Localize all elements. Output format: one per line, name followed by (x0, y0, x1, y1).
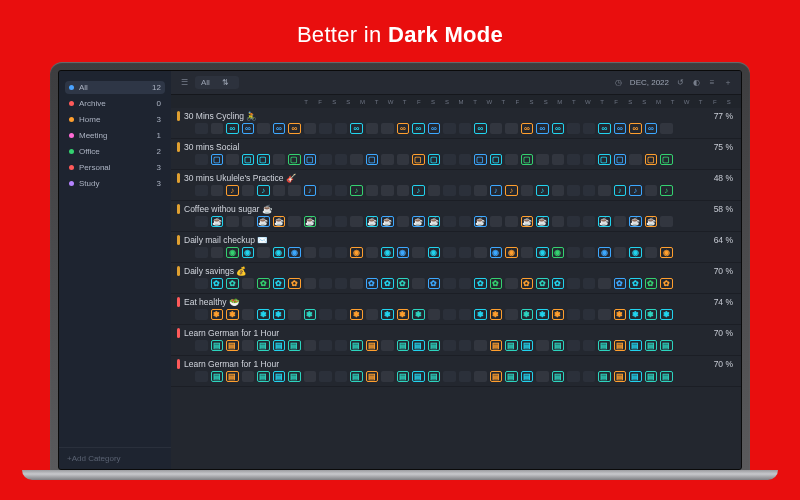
day-cell[interactable]: ▢ (645, 154, 658, 165)
day-cell[interactable] (474, 185, 487, 196)
day-cell[interactable]: ❃ (552, 309, 565, 320)
day-cell[interactable] (645, 185, 658, 196)
day-cell[interactable] (583, 185, 596, 196)
day-cell[interactable] (319, 185, 332, 196)
day-cell[interactable] (459, 247, 472, 258)
day-cell[interactable] (660, 123, 673, 134)
day-cell[interactable] (304, 340, 317, 351)
day-cell[interactable]: ☕ (598, 216, 611, 227)
day-cell[interactable]: ❃ (536, 309, 549, 320)
day-cell[interactable] (521, 247, 534, 258)
day-cell[interactable]: ✿ (660, 278, 673, 289)
day-cell[interactable] (397, 154, 410, 165)
day-cell[interactable]: ▤ (629, 340, 642, 351)
day-cell[interactable]: ▤ (288, 371, 301, 382)
day-cell[interactable] (366, 309, 379, 320)
day-cell[interactable]: ◉ (536, 247, 549, 258)
day-cell[interactable]: ▤ (660, 371, 673, 382)
day-cell[interactable]: ◉ (350, 247, 363, 258)
day-cell[interactable] (366, 247, 379, 258)
day-cell[interactable]: ❃ (397, 309, 410, 320)
day-cell[interactable]: ∞ (412, 123, 425, 134)
day-cell[interactable]: ∞ (598, 123, 611, 134)
day-cell[interactable]: ♪ (257, 185, 270, 196)
day-cell[interactable]: ▤ (552, 340, 565, 351)
day-cell[interactable]: ▤ (521, 340, 534, 351)
day-cell[interactable]: ◉ (428, 247, 441, 258)
day-cell[interactable] (629, 154, 642, 165)
day-cell[interactable] (583, 371, 596, 382)
day-cell[interactable] (304, 371, 317, 382)
day-cell[interactable]: ☕ (474, 216, 487, 227)
day-cell[interactable] (443, 340, 456, 351)
day-cell[interactable]: ∞ (288, 123, 301, 134)
day-cell[interactable] (505, 123, 518, 134)
day-cell[interactable] (443, 123, 456, 134)
day-cell[interactable]: ∞ (273, 123, 286, 134)
day-cell[interactable] (366, 185, 379, 196)
day-cell[interactable] (319, 340, 332, 351)
day-cell[interactable] (567, 371, 580, 382)
sidebar-item-study[interactable]: Study3 (65, 177, 165, 190)
day-cell[interactable] (583, 123, 596, 134)
habit-name[interactable]: 30 mins Ukulele's Practice 🎸 (177, 173, 297, 183)
day-cell[interactable]: ❃ (304, 309, 317, 320)
day-cell[interactable]: ▤ (397, 340, 410, 351)
day-cell[interactable] (381, 340, 394, 351)
day-cell[interactable] (242, 340, 255, 351)
day-cell[interactable]: ▤ (350, 340, 363, 351)
day-cell[interactable]: ☕ (273, 216, 286, 227)
day-cell[interactable]: ∞ (645, 123, 658, 134)
day-cell[interactable]: ❃ (211, 309, 224, 320)
day-cell[interactable] (335, 309, 348, 320)
day-cell[interactable]: ❃ (273, 309, 286, 320)
day-cell[interactable]: ▤ (273, 340, 286, 351)
day-cell[interactable]: ▤ (366, 371, 379, 382)
theme-icon[interactable]: ◐ (691, 78, 701, 88)
day-cell[interactable] (552, 216, 565, 227)
day-cell[interactable] (443, 216, 456, 227)
day-cell[interactable]: ∞ (552, 123, 565, 134)
day-cell[interactable]: ✿ (273, 278, 286, 289)
day-cell[interactable] (319, 154, 332, 165)
day-cell[interactable]: ❃ (660, 309, 673, 320)
day-cell[interactable] (552, 154, 565, 165)
day-cell[interactable]: ♪ (490, 185, 503, 196)
day-cell[interactable]: ∞ (536, 123, 549, 134)
day-cell[interactable] (304, 278, 317, 289)
day-cell[interactable] (288, 185, 301, 196)
day-cell[interactable]: ❃ (412, 309, 425, 320)
day-cell[interactable]: ♪ (660, 185, 673, 196)
day-cell[interactable]: ◉ (273, 247, 286, 258)
day-cell[interactable]: ✿ (381, 278, 394, 289)
day-cell[interactable] (598, 309, 611, 320)
day-cell[interactable] (242, 309, 255, 320)
day-cell[interactable] (474, 371, 487, 382)
day-cell[interactable]: ▤ (660, 340, 673, 351)
day-cell[interactable]: ♪ (505, 185, 518, 196)
day-cell[interactable]: ▤ (428, 371, 441, 382)
day-cell[interactable] (366, 123, 379, 134)
day-cell[interactable]: ✿ (614, 278, 627, 289)
day-cell[interactable] (335, 123, 348, 134)
day-cell[interactable]: ∞ (242, 123, 255, 134)
day-cell[interactable]: ☕ (645, 216, 658, 227)
day-cell[interactable]: ❃ (226, 309, 239, 320)
day-cell[interactable] (273, 154, 286, 165)
sidebar-item-personal[interactable]: Personal3 (65, 161, 165, 174)
day-cell[interactable] (257, 123, 270, 134)
day-cell[interactable]: ❃ (490, 309, 503, 320)
day-cell[interactable] (335, 154, 348, 165)
day-cell[interactable] (350, 278, 363, 289)
day-cell[interactable]: ∞ (428, 123, 441, 134)
day-cell[interactable] (443, 247, 456, 258)
day-cell[interactable]: ▢ (614, 154, 627, 165)
day-cell[interactable]: ✿ (428, 278, 441, 289)
day-cell[interactable]: ▤ (412, 371, 425, 382)
day-cell[interactable] (521, 185, 534, 196)
day-cell[interactable] (195, 123, 208, 134)
day-cell[interactable]: ▤ (490, 340, 503, 351)
day-cell[interactable] (505, 278, 518, 289)
day-cell[interactable] (195, 247, 208, 258)
sidebar-item-home[interactable]: Home3 (65, 113, 165, 126)
